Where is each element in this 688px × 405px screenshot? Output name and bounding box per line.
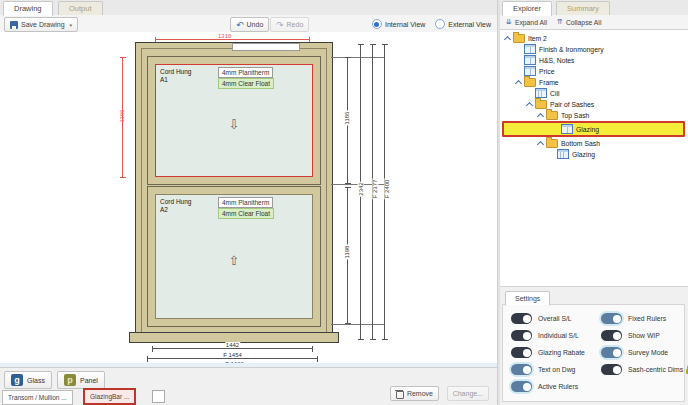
tree-item-cill[interactable]: Cill bbox=[500, 88, 688, 98]
save-dropdown-icon: ▾ bbox=[70, 22, 73, 28]
redo-label: Redo bbox=[287, 21, 304, 28]
glazing-rabate-toggle[interactable] bbox=[511, 347, 532, 358]
collapse-all-button[interactable]: ⇈ Collapse All bbox=[557, 18, 601, 26]
toggle-knob bbox=[523, 383, 531, 391]
active-rulers-toggle[interactable] bbox=[511, 381, 532, 392]
save-drawing-label: Save Drawing bbox=[21, 21, 65, 28]
trash-icon bbox=[396, 391, 404, 399]
chevron-up-icon[interactable] bbox=[537, 112, 544, 119]
chevron-up-icon[interactable] bbox=[526, 101, 533, 108]
dim-glazing-height-value: 1106 bbox=[119, 109, 125, 124]
change-button[interactable]: Change... bbox=[447, 386, 489, 401]
expand-all-label: Expand All bbox=[515, 19, 547, 26]
setting-label: Overall S/L bbox=[538, 315, 572, 322]
tab-explorer[interactable]: Explorer bbox=[502, 1, 552, 16]
sash-centric-dims-toggle[interactable] bbox=[601, 364, 622, 375]
toggle-knob bbox=[613, 315, 621, 323]
toggle-knob bbox=[613, 349, 621, 357]
remove-button[interactable]: Remove bbox=[390, 386, 439, 401]
save-drawing-button[interactable]: Save Drawing ▾ bbox=[4, 17, 78, 32]
undo-button[interactable]: ↶ Undo bbox=[230, 17, 269, 32]
setting-individual-s-l: Individual S/L bbox=[509, 329, 585, 342]
setting-text-on-dwg: Text on Dwg bbox=[509, 363, 585, 376]
swatch-box[interactable] bbox=[152, 390, 165, 403]
settings-panel: Settings Overall S/LIndividual S/LGlazin… bbox=[500, 288, 688, 405]
dim-glazing-height: 1106 bbox=[122, 57, 123, 178]
top-sash[interactable]: Cord HungA1 4mm Planitherm 4mm Clear Flo… bbox=[147, 56, 321, 185]
setting-label: Survey Mode bbox=[628, 349, 668, 356]
drawing-canvas[interactable]: 1310 1106 Cord HungA1 4mm Planitherm 4mm… bbox=[0, 32, 497, 367]
explorer-tree: Item 2Finish & IronmongeryH&S, NotesPric… bbox=[500, 30, 688, 287]
panel-button[interactable]: p Panel bbox=[57, 371, 105, 389]
dim-frame-height-value: F 2377 bbox=[372, 179, 378, 200]
settings-body: Overall S/LIndividual S/LGlazing RabateT… bbox=[502, 304, 685, 402]
bottom-sash-glazing[interactable]: Cord HungA2 4mm Planitherm 4mm Clear Flo… bbox=[155, 194, 313, 319]
setting-label: Show WIP bbox=[628, 332, 660, 339]
folder-icon bbox=[546, 111, 558, 120]
right-panel: Explorer Summary ⇊ Expand All ⇈ Collapse… bbox=[500, 0, 688, 405]
transom-mullion-button[interactable]: Transom / Mullion ... bbox=[2, 390, 73, 405]
dim-frame-width: F 1454 bbox=[147, 358, 318, 359]
top-sash-glazing-inner-label: 4mm Clear Float bbox=[218, 78, 274, 89]
tree-item-glazing[interactable]: Glazing bbox=[502, 121, 685, 137]
text-on-dwg-toggle[interactable] bbox=[511, 364, 532, 375]
table-icon bbox=[535, 88, 547, 98]
chevron-up-icon[interactable] bbox=[515, 79, 522, 86]
tree-item-label: Item 2 bbox=[528, 35, 547, 42]
settings-left-column: Overall S/LIndividual S/LGlazing RabateT… bbox=[509, 312, 585, 393]
setting-label: Text on Dwg bbox=[538, 366, 575, 373]
expand-all-button[interactable]: ⇊ Expand All bbox=[506, 18, 547, 26]
undo-icon: ↶ bbox=[236, 21, 244, 29]
tree-item-item-2[interactable]: Item 2 bbox=[500, 33, 688, 43]
explorer-toolbar: ⇊ Expand All ⇈ Collapse All bbox=[500, 15, 688, 30]
internal-view-option[interactable]: Internal View bbox=[372, 19, 425, 29]
window-frame[interactable]: Cord HungA1 4mm Planitherm 4mm Clear Flo… bbox=[135, 42, 333, 343]
tab-drawing[interactable]: Drawing bbox=[3, 1, 53, 16]
chevron-up-icon[interactable] bbox=[537, 140, 544, 147]
dim-top-sash-height-value: 1186 bbox=[344, 111, 350, 126]
survey-mode-toggle[interactable] bbox=[601, 347, 622, 358]
tab-output[interactable]: Output bbox=[58, 1, 103, 15]
bottom-sash-name: Cord Hung bbox=[160, 198, 191, 205]
tree-item-bottom-sash[interactable]: Bottom Sash bbox=[500, 138, 688, 148]
fixed-rulers-toggle[interactable] bbox=[601, 313, 622, 324]
toggle-wrap bbox=[509, 379, 534, 394]
dim-glazing-width-value: 1310 bbox=[217, 33, 232, 39]
undo-label: Undo bbox=[247, 21, 264, 28]
tree-item-price[interactable]: Price bbox=[500, 66, 688, 76]
dim-tick bbox=[331, 57, 385, 58]
dim-sash-width-value: 1442 bbox=[225, 342, 240, 348]
collapse-all-label: Collapse All bbox=[566, 19, 602, 26]
explorer-tabbar: Explorer Summary bbox=[500, 0, 688, 16]
tree-item-label: Glazing bbox=[572, 151, 595, 158]
tree-item-glazing[interactable]: Glazing bbox=[500, 149, 688, 159]
show-wip-toggle[interactable] bbox=[601, 330, 622, 341]
tree-item-label: Glazing bbox=[576, 126, 599, 133]
setting-show-wip: Show WIP bbox=[599, 329, 688, 342]
individual-s-l-toggle[interactable] bbox=[511, 330, 532, 341]
tree-item-h-s-notes[interactable]: H&S, Notes bbox=[500, 55, 688, 65]
tree-item-top-sash[interactable]: Top Sash bbox=[500, 110, 688, 120]
dim-frame-height: F 2377 bbox=[372, 44, 373, 340]
chevron-up-icon[interactable] bbox=[504, 35, 511, 42]
external-view-option[interactable]: External View bbox=[435, 19, 491, 29]
redo-button[interactable]: ↷ Redo bbox=[270, 17, 309, 32]
glass-button[interactable]: g Glass bbox=[4, 371, 52, 389]
top-sash-id: Cord HungA1 bbox=[160, 68, 191, 84]
bottom-sash[interactable]: Cord HungA2 4mm Planitherm 4mm Clear Flo… bbox=[147, 186, 321, 327]
tab-settings[interactable]: Settings bbox=[505, 291, 550, 306]
tree-item-pair-of-sashes[interactable]: Pair of Sashes bbox=[500, 99, 688, 109]
tree-item-finish-ironmongery[interactable]: Finish & Ironmongery bbox=[500, 44, 688, 54]
glazing-bar-button[interactable]: GlazingBar ... bbox=[85, 390, 134, 403]
dim-sash-width: 1442 bbox=[152, 348, 313, 349]
overall-s-l-toggle[interactable] bbox=[511, 313, 532, 324]
glass-icon: g bbox=[11, 374, 23, 386]
tab-summary[interactable]: Summary bbox=[556, 1, 610, 15]
tab-summary-label: Summary bbox=[567, 4, 599, 13]
dim-bottom-sash-height: 1198 bbox=[347, 187, 348, 324]
tree-item-label: Bottom Sash bbox=[561, 140, 600, 147]
tree-item-frame[interactable]: Frame bbox=[500, 77, 688, 87]
dim-tick bbox=[331, 324, 385, 325]
dim-overall-height: F 2400 bbox=[384, 44, 385, 340]
top-sash-glazing[interactable]: Cord HungA1 4mm Planitherm 4mm Clear Flo… bbox=[155, 64, 313, 177]
